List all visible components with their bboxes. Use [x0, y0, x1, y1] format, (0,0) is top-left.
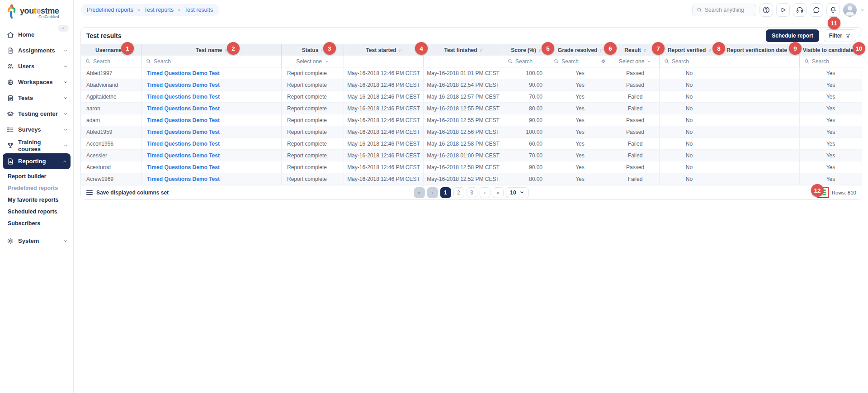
schedule-report-button[interactable]: Schedule report — [766, 29, 819, 42]
sort-icon[interactable]: ↓↑ — [399, 47, 401, 52]
test-name-link[interactable]: Timed Questions Demo Test — [147, 164, 220, 170]
sidebar-item-surveys[interactable]: Surveys — [0, 122, 73, 137]
sidebar-item-reporting[interactable]: Reporting — [3, 153, 71, 169]
column-header-report_verified[interactable]: Report verified↓↑ — [660, 44, 719, 56]
save-columns-button[interactable]: Save displayed columns set — [86, 189, 169, 196]
pagination-page-3[interactable]: 3 — [466, 187, 477, 198]
breadcrumb-test-results[interactable]: Test results — [184, 7, 213, 13]
sidebar: youtestme GetCertified « Home Assignment… — [0, 0, 74, 393]
test-name-link[interactable]: Timed Questions Demo Test — [147, 152, 220, 159]
avatar[interactable] — [843, 3, 857, 17]
sidebar-item-system[interactable]: System — [0, 233, 73, 249]
sidebar-item-assignments[interactable]: Assignments — [0, 43, 73, 58]
chevron-down-icon — [63, 112, 68, 116]
cell-test_started: May-16-2018 12:46 PM CEST — [344, 138, 424, 149]
global-search-input[interactable] — [705, 7, 752, 13]
cell-score: 70.00 — [503, 91, 549, 102]
filter-button[interactable]: Filter — [824, 29, 856, 42]
pagination-prev-button[interactable]: ‹ — [427, 187, 438, 198]
cell-test_finished: May-16-2018 12:52 PM CEST — [424, 173, 503, 185]
cell-visible_to_candidate: Yes — [800, 103, 862, 114]
table-header-row: Username↓↑Test name↓↑Status↓↑Test starte… — [81, 44, 862, 56]
sidebar-item-workspaces[interactable]: Workspaces — [0, 74, 73, 90]
cell-result: Failed — [611, 150, 660, 161]
cell-result: Passed — [611, 161, 660, 173]
cell-test_started: May-16-2018 12:46 PM CEST — [344, 67, 424, 79]
column-header-report_verification_date[interactable]: Report verification date↓↑ — [719, 44, 800, 56]
table-footer: Save displayed columns set «‹123›»10 Row… — [81, 185, 862, 199]
pagination-next-button[interactable]: › — [479, 187, 490, 198]
sidebar-item-testing-center[interactable]: Testing center — [0, 106, 73, 122]
sidebar-subitem-subscribers[interactable]: Subscribers — [0, 218, 73, 229]
sidebar-subitem-report-builder[interactable]: Report builder — [0, 170, 73, 182]
pagination-last-button[interactable]: » — [492, 187, 503, 198]
test-name-link[interactable]: Timed Questions Demo Test — [147, 82, 220, 88]
cell-visible_to_candidate: Yes — [800, 79, 862, 90]
test-name-link[interactable]: Timed Questions Demo Test — [147, 176, 220, 182]
tour-button[interactable] — [776, 3, 790, 17]
pagination-page-2[interactable]: 2 — [453, 187, 464, 198]
bell-icon — [829, 6, 837, 14]
cell-test_finished: May-16-2018 12:57 PM CEST — [424, 91, 503, 102]
column-header-test_started[interactable]: Test started↓↑ — [344, 44, 424, 56]
filter-search-input-report_verified[interactable] — [672, 58, 714, 65]
column-header-label: Grade resolved — [558, 47, 597, 53]
hamburger-icon — [86, 190, 93, 195]
filter-search-input-username[interactable] — [93, 58, 137, 65]
filter-cell-score[interactable] — [503, 56, 549, 67]
column-header-visible_to_candidate[interactable]: Visible to candidate↓↑ — [800, 44, 862, 56]
sort-icon[interactable]: ↓↑ — [480, 47, 482, 52]
brand-logo[interactable]: youtestme GetCertified — [0, 0, 73, 20]
column-header-test_finished[interactable]: Test finished↓↑ — [424, 44, 503, 56]
test-name-link[interactable]: Timed Questions Demo Test — [147, 94, 220, 100]
cell-result: Failed — [611, 138, 660, 149]
headphones-icon — [796, 6, 804, 14]
rows-per-page-dropdown[interactable]: 10 — [505, 187, 528, 198]
sort-icon[interactable]: ↓↑ — [538, 47, 541, 52]
filter-cell-visible_to_candidate[interactable] — [800, 56, 862, 67]
help-button[interactable] — [760, 3, 773, 17]
sidebar-subitem-scheduled-reports[interactable]: Scheduled reports — [0, 206, 73, 218]
cell-visible_to_candidate: Yes — [800, 126, 862, 137]
sort-icon[interactable]: ↓↑ — [599, 47, 602, 52]
sidebar-collapse-button[interactable]: « — [58, 25, 69, 32]
sort-icon[interactable]: ↓↑ — [708, 47, 711, 52]
filter-search-input-test_name[interactable] — [154, 58, 277, 65]
column-options-icon[interactable] — [600, 58, 606, 64]
messages-button[interactable] — [810, 3, 823, 17]
test-name-link[interactable]: Timed Questions Demo Test — [147, 117, 220, 123]
filter-cell-test_name[interactable] — [142, 56, 282, 67]
sidebar-item-training-courses[interactable]: Training courses — [0, 137, 73, 153]
cell-score: 70.00 — [503, 150, 549, 161]
filter-select-status[interactable]: Select one — [296, 58, 322, 65]
sidebar-subitem-my-favorite-reports[interactable]: My favorite reports — [0, 194, 73, 206]
test-name-link[interactable]: Timed Questions Demo Test — [147, 105, 220, 112]
column-header-test_name[interactable]: Test name↓↑ — [142, 44, 282, 56]
sort-icon[interactable]: ↓↑ — [643, 47, 646, 52]
support-button[interactable] — [793, 3, 807, 17]
breadcrumb-predefined-reports[interactable]: Predefined reports — [87, 7, 133, 13]
filter-cell-result[interactable]: Select one — [611, 56, 660, 67]
test-name-link[interactable]: Timed Questions Demo Test — [147, 129, 220, 135]
sidebar-item-tests[interactable]: Tests — [0, 90, 73, 106]
filter-cell-username[interactable] — [81, 56, 142, 67]
filter-search-input-visible_to_candidate[interactable] — [812, 58, 857, 65]
test-name-link[interactable]: Timed Questions Demo Test — [147, 141, 220, 147]
pagination-page-1[interactable]: 1 — [440, 187, 451, 198]
filter-select-result[interactable]: Select one — [619, 58, 645, 65]
filter-cell-report_verified[interactable] — [660, 56, 719, 67]
cell-test_name: Timed Questions Demo Test — [142, 161, 282, 173]
column-header-grade_resolved[interactable]: Grade resolved↓↑ — [549, 44, 611, 56]
filter-search-input-score[interactable] — [515, 58, 544, 65]
filter-cell-status[interactable]: Select one — [282, 56, 344, 67]
test-name-link[interactable]: Timed Questions Demo Test — [147, 70, 220, 76]
sidebar-subitem-predefined-reports[interactable]: Predefined reports — [0, 182, 73, 194]
filter-search-input-grade_resolved[interactable] — [561, 58, 598, 65]
filter-cell-grade_resolved[interactable] — [549, 56, 611, 67]
notifications-button[interactable] — [826, 3, 840, 17]
sidebar-item-users[interactable]: Users — [0, 58, 73, 74]
cell-report_verified: No — [660, 138, 719, 149]
chevron-down-icon[interactable] — [860, 8, 864, 12]
pagination-first-button[interactable]: « — [414, 187, 425, 198]
breadcrumb-test-reports[interactable]: Test reports — [144, 7, 174, 13]
